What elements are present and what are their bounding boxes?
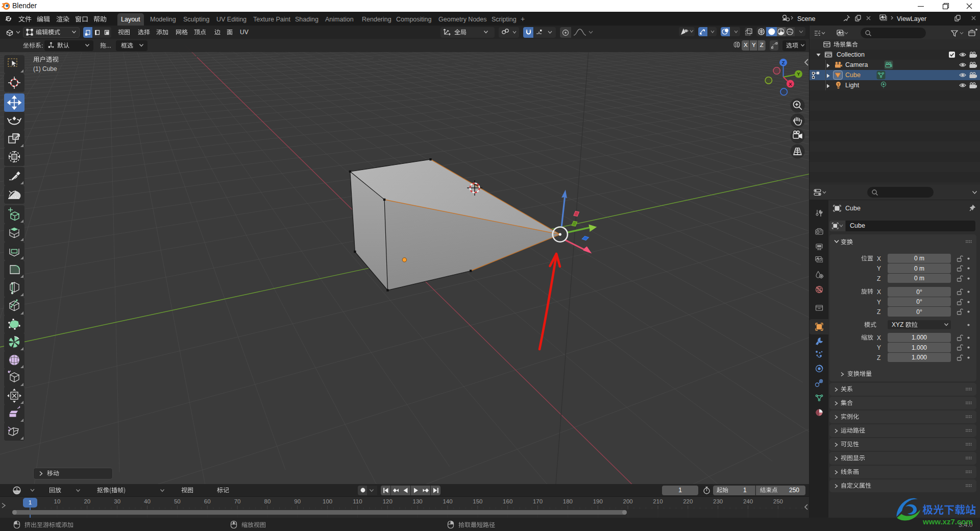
svg-text:Y: Y: [797, 71, 800, 77]
svg-text:Z: Z: [782, 60, 785, 65]
svg-text:X: X: [789, 81, 792, 87]
